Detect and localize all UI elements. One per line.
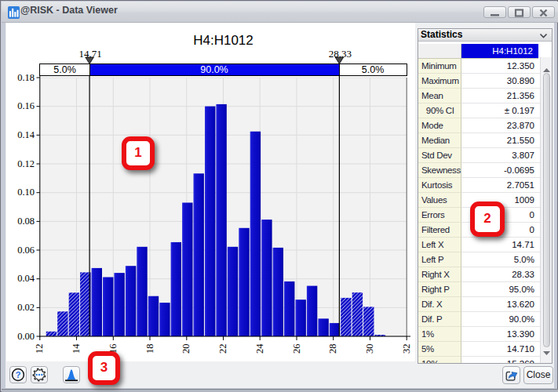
svg-text:?: ? (16, 370, 21, 379)
svg-text:20: 20 (181, 344, 191, 354)
svg-text:32: 32 (401, 344, 412, 354)
svg-text:26: 26 (291, 344, 302, 354)
svg-text:18: 18 (144, 344, 155, 354)
svg-text:0.14: 0.14 (17, 129, 35, 140)
svg-text:28.33: 28.33 (329, 48, 352, 60)
svg-text:0.06: 0.06 (17, 245, 35, 256)
svg-text:5.0%: 5.0% (362, 64, 385, 75)
svg-text:0.16: 0.16 (17, 100, 35, 111)
svg-text:28: 28 (327, 344, 338, 354)
svg-text:12: 12 (34, 344, 45, 354)
svg-text:0.18: 0.18 (17, 72, 35, 83)
svg-text:0.00: 0.00 (17, 331, 35, 342)
svg-text:0.08: 0.08 (17, 216, 35, 227)
svg-text:5.0%: 5.0% (53, 64, 76, 75)
svg-text:30: 30 (364, 344, 375, 354)
svg-text:22: 22 (217, 344, 228, 354)
svg-text:0.02: 0.02 (17, 302, 35, 313)
svg-text:0.04: 0.04 (17, 273, 35, 284)
svg-text:14: 14 (71, 343, 82, 354)
svg-text:0.12: 0.12 (17, 158, 35, 169)
svg-text:H4:H1012: H4:H1012 (193, 33, 253, 48)
svg-text:24: 24 (254, 343, 265, 354)
svg-text:0.10: 0.10 (17, 187, 35, 198)
svg-text:90.0%: 90.0% (200, 64, 228, 75)
svg-text:14.71: 14.71 (78, 48, 101, 60)
